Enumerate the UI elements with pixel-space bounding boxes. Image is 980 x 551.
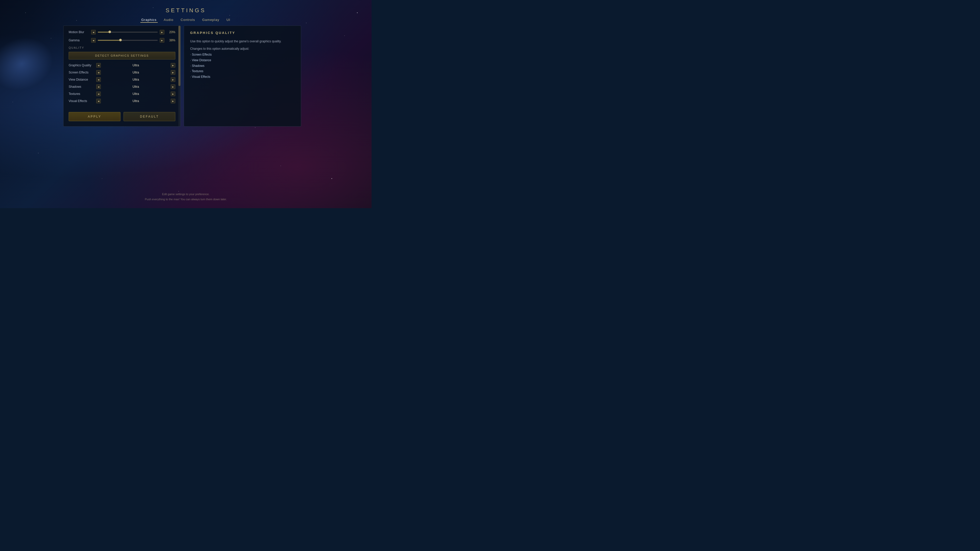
view-distance-row: View Distance ◄ Ultra ►: [68, 77, 175, 82]
textures-label: Textures: [68, 92, 94, 96]
screen-effects-label: Screen Effects: [68, 71, 94, 74]
visual-effects-right-arrow[interactable]: ►: [171, 99, 175, 103]
shadows-row: Shadows ◄ Ultra ►: [68, 84, 175, 89]
gamma-thumb: [119, 39, 122, 41]
page-title: SETTINGS: [0, 7, 372, 14]
info-list-screen-effects: · Screen Effects: [190, 52, 295, 58]
visual-effects-row: Visual Effects ◄ Ultra ►: [68, 99, 175, 103]
graphics-quality-row: Graphics Quality ◄ Ultra ►: [68, 63, 175, 68]
info-panel-description: Use this option to quickly adjust the ga…: [190, 39, 295, 44]
apply-button[interactable]: APPLY: [68, 112, 121, 121]
gamma-label: Gamma: [68, 38, 89, 42]
scrollbar-thumb[interactable]: [178, 26, 180, 86]
gamma-left-arrow[interactable]: ◄: [91, 38, 96, 43]
bottom-hint: Edit game settings to your preference. P…: [0, 192, 372, 202]
visual-effects-value: Ultra: [103, 99, 169, 103]
shadows-left-arrow[interactable]: ◄: [96, 84, 101, 89]
graphics-quality-right-arrow[interactable]: ►: [171, 63, 175, 68]
hint-line-1: Edit game settings to your preference.: [0, 192, 372, 197]
tab-ui[interactable]: UI: [225, 17, 231, 23]
tab-gameplay[interactable]: Gameplay: [201, 17, 220, 23]
info-list-view-distance: · View Distance: [190, 58, 295, 63]
motion-blur-thumb: [108, 30, 111, 33]
motion-blur-track[interactable]: [98, 32, 158, 33]
gamma-row: Gamma ◄ ► 38%: [68, 38, 175, 43]
settings-nav: Graphics Audio Controls Gameplay UI: [0, 17, 372, 23]
left-panel-inner: Motion Blur ◄ ► 20% Gamma ◄ ► 38%: [64, 26, 180, 110]
motion-blur-left-arrow[interactable]: ◄: [91, 30, 96, 35]
info-list-shadows: · Shadows: [190, 63, 295, 69]
screen-effects-row: Screen Effects ◄ Ultra ►: [68, 70, 175, 75]
default-button[interactable]: DEFAULT: [124, 112, 175, 121]
info-list-visual-effects: · Visual Effects: [190, 74, 295, 80]
graphics-quality-value: Ultra: [103, 64, 169, 67]
bottom-buttons: APPLY DEFAULT: [64, 110, 180, 121]
quality-section-label: QUALITY: [68, 46, 175, 49]
gamma-right-arrow[interactable]: ►: [160, 38, 164, 43]
graphics-quality-label: Graphics Quality: [68, 64, 94, 67]
motion-blur-value: 20%: [166, 30, 175, 34]
info-panel-changes-title: Changes to this option automatically adj…: [190, 47, 295, 51]
textures-left-arrow[interactable]: ◄: [96, 92, 101, 96]
textures-value: Ultra: [103, 92, 169, 96]
gamma-track[interactable]: [98, 40, 158, 41]
screen-effects-right-arrow[interactable]: ►: [171, 70, 175, 75]
visual-effects-label: Visual Effects: [68, 99, 94, 103]
visual-effects-left-arrow[interactable]: ◄: [96, 99, 101, 103]
hint-line-2: Push everything to the max! You can alwa…: [0, 197, 372, 202]
content-area: Motion Blur ◄ ► 20% Gamma ◄ ► 38%: [63, 25, 308, 127]
graphics-quality-left-arrow[interactable]: ◄: [96, 63, 101, 68]
screen-effects-left-arrow[interactable]: ◄: [96, 70, 101, 75]
detect-graphics-button[interactable]: DETECT GRAPHICS SETTINGS: [68, 52, 175, 59]
gamma-value: 38%: [166, 38, 175, 42]
motion-blur-label: Motion Blur: [68, 30, 89, 34]
tab-graphics[interactable]: Graphics: [140, 17, 158, 23]
motion-blur-fill: [98, 32, 110, 33]
right-panel: GRAPHICS QUALITY Use this option to quic…: [184, 25, 301, 127]
shadows-right-arrow[interactable]: ►: [171, 84, 175, 89]
tab-audio[interactable]: Audio: [163, 17, 175, 23]
shadows-value: Ultra: [103, 85, 169, 89]
view-distance-value: Ultra: [103, 78, 169, 81]
screen-effects-value: Ultra: [103, 71, 169, 74]
tab-controls[interactable]: Controls: [180, 17, 196, 23]
info-list-textures: · Textures: [190, 68, 295, 74]
view-distance-left-arrow[interactable]: ◄: [96, 77, 101, 82]
textures-row: Textures ◄ Ultra ►: [68, 92, 175, 96]
info-panel-title: GRAPHICS QUALITY: [190, 31, 295, 35]
gamma-fill: [98, 40, 121, 41]
left-panel: Motion Blur ◄ ► 20% Gamma ◄ ► 38%: [63, 25, 181, 127]
textures-right-arrow[interactable]: ►: [171, 92, 175, 96]
motion-blur-right-arrow[interactable]: ►: [160, 30, 164, 35]
view-distance-right-arrow[interactable]: ►: [171, 77, 175, 82]
scrollbar[interactable]: [178, 26, 180, 126]
shadows-label: Shadows: [68, 85, 94, 89]
motion-blur-row: Motion Blur ◄ ► 20%: [68, 30, 175, 35]
view-distance-label: View Distance: [68, 78, 94, 81]
